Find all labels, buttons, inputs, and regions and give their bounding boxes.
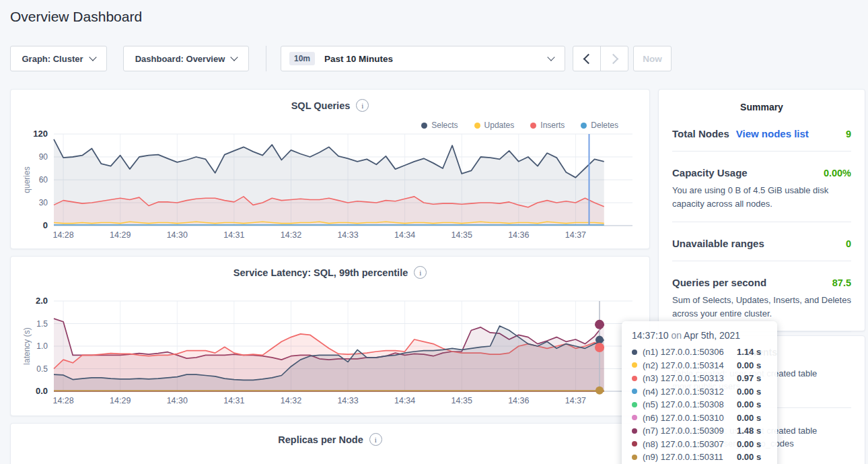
node-color-dot	[632, 441, 637, 446]
legend-dot	[581, 123, 587, 129]
tooltip-node-address: (n5) 127.0.0.1:50308	[643, 399, 731, 409]
tooltip-node-latency: 0.00 s	[737, 399, 761, 409]
latency-title: Service Latency: SQL, 99th percentile	[233, 267, 408, 278]
capacity-usage-desc: You are using 0 B of 4.5 GiB usable disk…	[672, 184, 851, 210]
summary-row-capacity: Capacity Usage 0.00% You are using 0 B o…	[672, 156, 851, 222]
node-color-dot	[632, 362, 637, 368]
info-icon[interactable]: i	[414, 266, 427, 279]
y-tick-label: 0	[43, 220, 48, 230]
time-range-label: Past 10 Minutes	[324, 54, 548, 64]
total-nodes-label: Total Nodes	[672, 128, 729, 139]
legend-item-selects[interactable]: Selects	[421, 121, 458, 130]
y-tick-label: 120	[33, 130, 48, 139]
chevron-down-icon	[547, 53, 554, 61]
summary-title: Summary	[659, 102, 865, 112]
x-tick-label: 14:28	[52, 396, 73, 405]
legend-dot	[474, 123, 480, 129]
tooltip-row: (n9) 127.0.0.1:503110.00 s	[632, 451, 767, 464]
node-color-dot	[632, 350, 637, 355]
tooltip-node-latency: 0.00 s	[737, 439, 761, 449]
x-tick-label: 14:35	[451, 396, 472, 405]
overview-dashboard-page: Overview Dashboard Graph: Cluster Dashbo…	[0, 0, 868, 464]
sql-queries-title: SQL Queries	[291, 100, 351, 111]
x-tick-label: 14:30	[167, 396, 188, 405]
time-nav-group	[573, 46, 628, 71]
chevron-down-icon	[231, 53, 238, 61]
page-title: Overview Dashboard	[10, 9, 142, 25]
y-tick-label: 60	[39, 175, 48, 185]
x-tick-label: 14:28	[52, 230, 73, 240]
x-tick-label: 14:36	[508, 230, 529, 240]
x-tick-label: 14:37	[565, 230, 586, 240]
tooltip-node-address: (n7) 127.0.0.1:50309	[643, 426, 731, 436]
unavailable-ranges-label: Unavailable ranges	[672, 238, 764, 249]
x-tick-label: 14:32	[281, 396, 301, 405]
info-icon[interactable]: i	[369, 433, 382, 446]
tooltip-timestamp: 14:37:10 on Apr 5th, 2021	[632, 330, 767, 341]
qps-value: 87.5	[832, 277, 851, 288]
graph-dropdown[interactable]: Graph: Cluster	[10, 46, 107, 71]
chevron-right-icon	[608, 53, 618, 64]
tooltip-node-latency: 0.00 s	[737, 413, 761, 423]
tooltip-node-address: (n1) 127.0.0.1:50306	[643, 347, 731, 357]
tooltip-row: (n8) 127.0.0.1:503070.00 s	[632, 438, 767, 451]
legend-item-inserts[interactable]: Inserts	[530, 121, 565, 130]
tooltip-row: (n6) 127.0.0.1:503100.00 s	[632, 411, 767, 425]
x-tick-label: 14:33	[337, 396, 358, 405]
time-prev-button[interactable]	[573, 46, 601, 71]
latency-plot[interactable]: 14:2814:2914:3014:3114:3214:3314:3414:35…	[11, 290, 651, 411]
legend-label: Selects	[431, 121, 458, 130]
tooltip-row: (n4) 127.0.0.1:503120.00 s	[632, 385, 767, 399]
qps-label: Queries per second	[672, 277, 766, 288]
y-tick-label: 1.5	[36, 319, 48, 329]
legend-dot	[530, 123, 536, 129]
toolbar-divider	[266, 46, 266, 71]
node-color-dot	[632, 428, 637, 434]
tooltip-row: (n2) 127.0.0.1:503140.00 s	[632, 359, 767, 372]
y-tick-label: 0.5	[36, 364, 48, 374]
x-tick-label: 14:29	[110, 230, 131, 240]
x-tick-label: 14:31	[223, 230, 244, 240]
legend-label: Deletes	[591, 121, 618, 130]
info-icon[interactable]: i	[356, 99, 369, 112]
hover-point	[595, 387, 604, 395]
hover-point	[595, 343, 604, 352]
chevron-down-icon	[89, 53, 96, 61]
hover-point	[595, 336, 604, 344]
tooltip-node-address: (n9) 127.0.0.1:50311	[643, 452, 731, 462]
qps-desc: Sum of Selects, Updates, Inserts, and De…	[672, 294, 851, 320]
x-tick-label: 14:31	[223, 396, 244, 405]
y-tick-label: 90	[39, 152, 48, 162]
sql-queries-card: SQL Queries i SelectsUpdatesInsertsDelet…	[10, 89, 650, 249]
node-color-dot	[632, 455, 637, 460]
sql-queries-plot[interactable]: 14:2814:2914:3014:3114:3214:3314:3414:35…	[11, 130, 651, 247]
x-tick-label: 14:37	[565, 396, 586, 405]
view-nodes-list-link[interactable]: View nodes list	[736, 128, 809, 139]
chevron-left-icon	[583, 53, 593, 64]
time-range-dropdown[interactable]: 10m Past 10 Minutes	[281, 46, 565, 71]
tooltip-node-address: (n2) 127.0.0.1:50314	[643, 360, 731, 370]
x-tick-label: 14:29	[110, 396, 131, 405]
legend-item-updates[interactable]: Updates	[474, 121, 515, 130]
tooltip-node-latency: 0.00 s	[737, 452, 761, 462]
tooltip-node-latency: 0.97 s	[737, 373, 761, 383]
x-tick-label: 14:34	[394, 396, 415, 405]
chart-tooltip: 14:37:10 on Apr 5th, 2021 (n1) 127.0.0.1…	[622, 321, 777, 464]
dashboard-dropdown[interactable]: Dashboard: Overview	[123, 46, 249, 71]
tooltip-node-latency: 0.00 s	[737, 387, 761, 397]
legend-item-deletes[interactable]: Deletes	[581, 121, 618, 130]
tooltip-row: (n3) 127.0.0.1:503130.97 s	[632, 372, 767, 385]
node-color-dot	[632, 415, 637, 420]
capacity-usage-value: 0.00%	[824, 168, 851, 178]
tooltip-node-address: (n3) 127.0.0.1:50313	[643, 373, 731, 383]
x-tick-label: 14:32	[281, 230, 301, 240]
summary-row-total-nodes: Total Nodes View nodes list 9	[672, 117, 851, 152]
sql-queries-legend: SelectsUpdatesInsertsDeletes	[421, 121, 618, 130]
summary-card: Summary Total Nodes View nodes list 9 Ca…	[658, 89, 865, 331]
tooltip-node-latency: 0.00 s	[737, 360, 761, 370]
x-tick-label: 14:36	[508, 396, 529, 405]
time-next-button[interactable]	[601, 46, 628, 71]
now-button[interactable]: Now	[633, 46, 672, 71]
legend-dot	[421, 123, 427, 129]
time-range-badge: 10m	[289, 52, 315, 65]
